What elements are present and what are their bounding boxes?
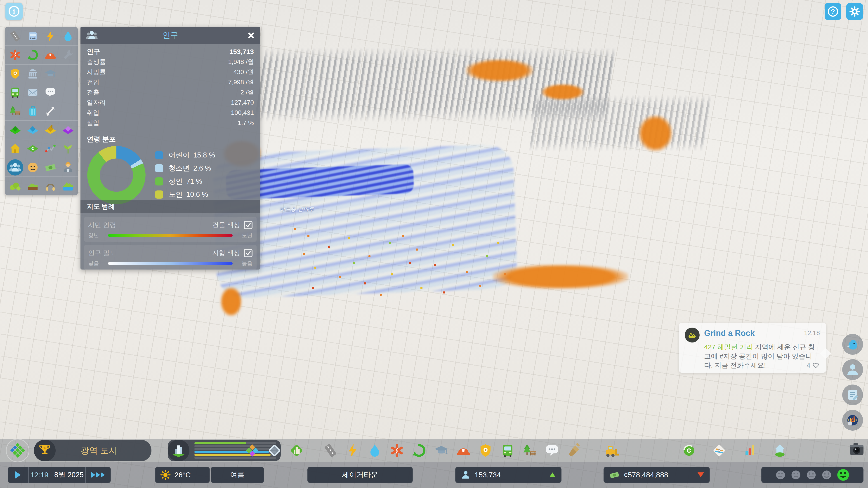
age-distribution-title: 연령 분포 (87, 135, 116, 144)
district-label: 버드송 신마루 (280, 206, 314, 213)
mountain-logo-icon (687, 330, 697, 340)
legend-population-density: 인구 밀도 지형 색상 낮음 높음 (84, 245, 256, 270)
statistics-button[interactable] (741, 442, 758, 459)
photo-mode-button[interactable] (848, 441, 865, 458)
sidebar-item-administration[interactable] (24, 65, 41, 83)
sidebar-item-garbage[interactable] (24, 46, 41, 64)
transportation-button[interactable] (499, 442, 516, 459)
garbage-button[interactable] (410, 442, 428, 459)
journal-button[interactable] (842, 385, 863, 405)
tourism-icon (27, 105, 39, 117)
sidebar-item-transportation[interactable] (6, 84, 24, 101)
sidebar-item-maintenance[interactable] (59, 46, 77, 64)
fire-rescue-button[interactable] (455, 442, 472, 459)
sidebar-item-ground-pollution[interactable] (24, 177, 41, 195)
sidebar-item-water[interactable] (59, 27, 77, 45)
sidebar-item-zones-industrial[interactable] (41, 121, 59, 139)
legend-citizen-age: 시민 연령 건물 색상 청년 노년 (84, 217, 256, 242)
sidebar-item-communications[interactable] (41, 84, 59, 101)
signature-buildings-button[interactable] (288, 442, 305, 459)
chirper-button[interactable] (842, 334, 863, 355)
sidebar-item-vegetation[interactable] (6, 177, 24, 195)
population-widget[interactable]: 153,734 (455, 467, 561, 483)
sidebar-item-land-value[interactable]: ¢ (24, 140, 41, 158)
city-name-widget[interactable]: 세이거타운 (307, 467, 413, 483)
electricity-button[interactable] (344, 442, 361, 459)
terrain-color-checkbox[interactable] (244, 249, 252, 257)
water-sewage-button[interactable] (366, 442, 383, 459)
building-color-checkbox[interactable] (244, 221, 252, 229)
close-icon[interactable] (246, 30, 256, 41)
chirper-author[interactable]: Grind a Rock (704, 328, 755, 338)
sidebar-item-parks[interactable] (6, 102, 24, 120)
trophy-icon (38, 444, 51, 457)
sidebar-item-happiness[interactable] (24, 159, 41, 176)
districts-button[interactable] (266, 442, 283, 459)
zone-demand-button[interactable] (6, 439, 29, 462)
communications-button[interactable] (544, 442, 561, 459)
electricity-icon (345, 443, 360, 458)
sidebar-item-zones-office[interactable] (59, 121, 77, 139)
sidebar-item-residential-demand[interactable] (6, 140, 24, 158)
healthcare-button[interactable] (388, 442, 405, 459)
date-label: 8월 2025 (54, 470, 84, 480)
city-information-button[interactable] (711, 442, 728, 459)
happiness-widget[interactable] (761, 467, 864, 483)
stat-row: 사망률430 /월 (87, 67, 254, 77)
budget-widget[interactable]: ¢578,484,888 (603, 467, 710, 483)
sidebar-item-transit[interactable] (24, 27, 41, 45)
sidebar-item-education[interactable] (41, 65, 59, 83)
parks-icon (9, 105, 21, 117)
svg-text:¢: ¢ (687, 446, 691, 455)
progression-button[interactable] (771, 442, 788, 459)
infoviews-button[interactable]: i (5, 3, 23, 20)
sidebar-item-fire-safety[interactable] (41, 46, 59, 64)
population-panel: 인구 인구153,713 출생률1,948 /월 사망률430 /월 전입7,9… (81, 27, 260, 269)
healthcare-icon (9, 49, 21, 61)
citizens-button[interactable] (842, 359, 863, 380)
zoning-button[interactable] (244, 442, 261, 459)
radio-button[interactable] (842, 410, 863, 431)
sidebar-item-roads[interactable] (6, 27, 24, 45)
sidebar-item-zones-residential[interactable] (6, 121, 24, 139)
ground-pollution-icon (27, 180, 39, 192)
education-button[interactable] (433, 442, 450, 459)
sidebar-item-mail[interactable] (24, 84, 41, 101)
police-button[interactable] (477, 442, 494, 459)
zoning-icon (245, 443, 260, 458)
residential-icon (9, 142, 21, 155)
garbage-icon (27, 49, 39, 61)
sidebar-item-workers[interactable] (59, 159, 77, 176)
sidebar-item-healthcare[interactable] (6, 46, 24, 64)
sidebar-item-population[interactable] (6, 159, 24, 176)
play-button[interactable] (8, 467, 28, 483)
address-link[interactable]: 427 해밀턴 거리 (704, 343, 753, 351)
sidebar-item-noise-pollution[interactable] (41, 177, 59, 195)
sidebar-item-police[interactable] (6, 65, 24, 83)
bulldozer-button[interactable] (604, 441, 621, 458)
landscaping-button[interactable] (565, 442, 583, 459)
sidebar-item-levels[interactable] (41, 140, 59, 158)
sidebar-item-water-pollution[interactable] (59, 177, 77, 195)
milestone-button[interactable]: 광역 도시 (34, 440, 151, 461)
roads-icon (9, 30, 21, 42)
economy-button[interactable]: ¢ (680, 442, 698, 459)
sidebar-item-greenery[interactable] (59, 140, 77, 158)
sidebar-item-tourism[interactable] (24, 102, 41, 120)
avatar[interactable] (685, 328, 700, 343)
help-button[interactable]: ? (825, 3, 841, 20)
roads-button[interactable] (322, 442, 339, 459)
sidebar-item-money[interactable] (41, 159, 59, 176)
parks-recreation-button[interactable] (521, 442, 538, 459)
sidebar-item-routes[interactable] (41, 102, 59, 120)
fast-forward-button[interactable] (86, 467, 111, 483)
education-icon (434, 443, 449, 458)
sidebar-item-electricity[interactable] (41, 27, 59, 45)
levels-icon (44, 142, 57, 155)
settings-button[interactable] (846, 3, 863, 20)
communications-icon (44, 86, 57, 98)
sidebar-item-zones-commercial[interactable] (24, 121, 41, 139)
season-widget: 여름 (211, 467, 264, 483)
chirper-likes[interactable]: 4 (807, 361, 819, 369)
progression-icon (772, 443, 787, 458)
